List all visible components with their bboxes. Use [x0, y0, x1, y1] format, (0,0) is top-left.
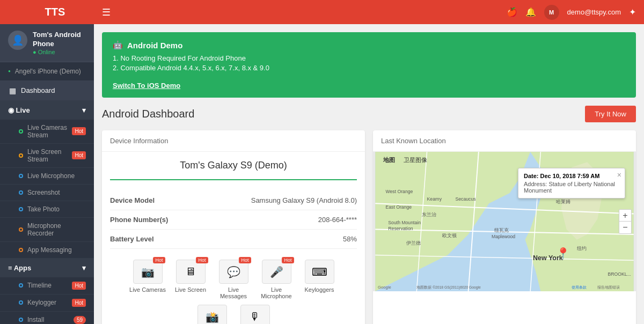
- info-row-battery: Battery Level 58%: [110, 230, 357, 249]
- svg-text:Reservation: Reservation: [388, 226, 413, 231]
- info-row-model: Device Model Samsung Galaxy S9 (Android …: [110, 191, 357, 210]
- svg-text:South Mountain: South Mountain: [388, 220, 421, 225]
- sidebar-item-timeline[interactable]: Timeline Hot: [0, 277, 94, 294]
- user-avatar: M: [544, 5, 559, 20]
- dot-icon: [19, 248, 23, 252]
- sidebar-item-keylogger[interactable]: Keylogger Hot: [0, 294, 94, 312]
- battery-label: Battery Level: [110, 235, 154, 243]
- hot-badge: Hot: [72, 282, 86, 290]
- hot-badge: Hot: [153, 257, 165, 263]
- zoom-out-button[interactable]: −: [619, 222, 631, 233]
- sidebar-section-apps[interactable]: ≡ Apps ▾: [0, 259, 94, 277]
- sidebar-item-live-microphone[interactable]: Live Microphone: [0, 168, 94, 185]
- app-icon-live-mic[interactable]: 🎤 Hot Live Microphone: [258, 260, 295, 299]
- live-mic-icon: 🎤: [270, 266, 283, 278]
- device-info-header: Device Information: [102, 130, 365, 152]
- app-icon-live-screen[interactable]: 🖥 Hot Live Screen: [172, 260, 209, 299]
- keyloggers-box: ⌨: [305, 260, 334, 284]
- bell-icon[interactable]: 🔔: [525, 7, 536, 17]
- svg-text:地图: 地图: [383, 157, 395, 163]
- popup-date: Date: Dec 10, 2018 7:59 AM: [524, 173, 619, 179]
- popup-close-button[interactable]: ×: [617, 171, 621, 179]
- device-info-body: Tom's Galaxy S9 (Demo) Device Model Sams…: [102, 152, 365, 324]
- phone-value: 208-664-****: [318, 216, 357, 224]
- phone-label: Phone Number(s): [110, 216, 168, 224]
- sidebar-section-live[interactable]: ◉ Live ▾: [0, 101, 94, 120]
- dot-icon: [19, 300, 23, 305]
- svg-text:报告地图错误: 报告地图错误: [597, 285, 620, 290]
- app-icon-screenshot[interactable]: 📸 Screenshot: [193, 305, 231, 324]
- device-demo-title: Tom's Galaxy S9 (Demo): [110, 160, 357, 180]
- app-icons-grid: 📷 Hot Live Cameras 🖥 Hot Live Screen: [110, 260, 357, 324]
- live-messages-icon: 💬: [227, 266, 240, 278]
- device-name: Tom's Android Phone: [33, 31, 86, 49]
- install-badge: 59: [74, 316, 86, 324]
- svg-text:Kearny: Kearny: [427, 196, 442, 202]
- hot-badge: Hot: [72, 151, 86, 159]
- sidebar-item-live-cameras[interactable]: Live Cameras Stream Hot: [0, 120, 94, 144]
- share-icon[interactable]: ✦: [629, 7, 636, 17]
- svg-text:纽瓦克: 纽瓦克: [494, 227, 509, 233]
- sidebar-other-device[interactable]: Angel's iPhone (Demo): [0, 62, 94, 81]
- dashboard-icon: ▦: [8, 86, 17, 95]
- app-icon-keyloggers[interactable]: ⌨ Keyloggers: [301, 260, 338, 299]
- hot-badge: Hot: [282, 257, 294, 263]
- device-status: Online: [33, 49, 86, 55]
- sidebar: 👤 Tom's Android Phone Online Angel's iPh…: [0, 24, 94, 324]
- main-grid: Device Information Tom's Galaxy S9 (Demo…: [102, 130, 636, 324]
- mic-recorder-icon: 🎙: [250, 311, 260, 323]
- dot-icon: [19, 283, 23, 288]
- live-cameras-icon: 📷: [141, 266, 155, 278]
- dot-icon: [19, 207, 23, 211]
- sidebar-item-install[interactable]: Install 59: [0, 312, 94, 324]
- app-icon-live-messages[interactable]: 💬 Hot Live Messages: [215, 260, 252, 299]
- app-icon-mic-recorder[interactable]: 🎙 Microphone Recorder: [236, 305, 274, 324]
- device-info-card: Device Information Tom's Galaxy S9 (Demo…: [102, 130, 365, 324]
- svg-text:哈莱姆: 哈莱姆: [556, 199, 570, 204]
- app-icon-live-cameras[interactable]: 📷 Hot Live Cameras: [129, 260, 166, 299]
- model-value: Samsung Galaxy S9 (Android 8.0): [251, 196, 357, 204]
- live-mic-box: 🎤 Hot: [262, 260, 291, 284]
- screenshot-icon: 📸: [206, 311, 219, 323]
- svg-text:📍: 📍: [556, 247, 570, 261]
- sidebar-item-screen-stream[interactable]: Live Screen Stream Hot: [0, 144, 94, 168]
- sidebar-item-take-photo[interactable]: Take Photo: [0, 201, 94, 218]
- user-email: demo@ttspy.com: [567, 8, 621, 16]
- try-it-now-button[interactable]: Try It Now: [585, 106, 636, 122]
- keyloggers-label: Keyloggers: [304, 286, 334, 293]
- sidebar-current-device[interactable]: 👤 Tom's Android Phone Online: [0, 24, 94, 62]
- android-banner: 🤖 Android Demo 1. No Rooting Required Fo…: [102, 32, 636, 98]
- svg-text:伊兰德: 伊兰德: [406, 240, 421, 246]
- live-screen-icon: 🖥: [185, 266, 196, 278]
- svg-text:卫星图像: 卫星图像: [404, 157, 427, 163]
- switch-to-ios-link[interactable]: Switch To iOS Demo: [113, 82, 180, 90]
- sidebar-item-mic-recorder[interactable]: Microphone Recorder: [0, 218, 94, 242]
- live-cameras-label: Live Cameras: [129, 286, 166, 293]
- sidebar-item-dashboard[interactable]: ▦ Dashboard: [0, 81, 94, 101]
- svg-text:地图数据 ©2018 GS(2011)6020 Google: 地图数据 ©2018 GS(2011)6020 Google: [416, 285, 481, 290]
- menu-toggle[interactable]: ☰: [102, 6, 507, 18]
- map-zoom-controls: + −: [619, 209, 632, 234]
- live-messages-box: 💬 Hot: [219, 260, 248, 284]
- sidebar-item-app-messaging[interactable]: App Messaging: [0, 242, 94, 259]
- live-screen-label: Live Screen: [175, 286, 206, 293]
- svg-text:纽约: 纽约: [577, 246, 587, 251]
- banner-point-2: 2. Compatible Android 4.4.x, 5.x, 6.x, 7…: [113, 64, 625, 72]
- apple-icon[interactable]: 🍎: [507, 7, 517, 17]
- location-header: Last Known Location: [373, 130, 636, 152]
- model-label: Device Model: [110, 196, 155, 204]
- navbar: TTS ☰ 🍎 🔔 M demo@ttspy.com ✦: [0, 0, 644, 24]
- dot-icon: [19, 318, 23, 322]
- dot-icon: [19, 153, 23, 158]
- dashboard-header: Android Dashboard Try It Now: [102, 106, 636, 122]
- svg-text:使用条款: 使用条款: [572, 285, 587, 290]
- live-screen-box: 🖥 Hot: [176, 260, 206, 284]
- sidebar-item-screenshot[interactable]: Screenshot: [0, 185, 94, 201]
- battery-value: 58%: [343, 235, 357, 243]
- screenshot-box: 📸: [197, 305, 227, 324]
- dashboard-title: Android Dashboard: [102, 108, 194, 120]
- navbar-brand: TTS: [8, 6, 102, 18]
- dot-icon: [19, 174, 23, 178]
- zoom-in-button[interactable]: +: [619, 210, 631, 222]
- keyloggers-icon: ⌨: [312, 266, 327, 278]
